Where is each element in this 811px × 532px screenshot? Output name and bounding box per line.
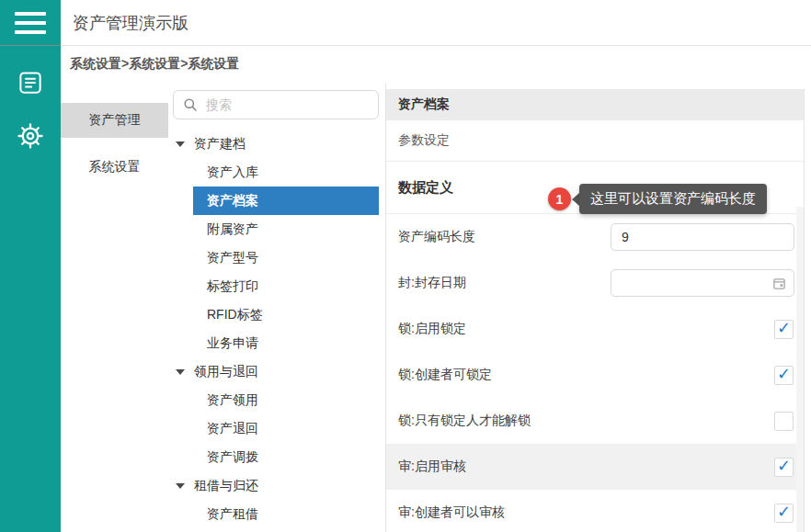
tour-step: 1 这里可以设置资产编码长度 — [548, 184, 767, 214]
gear-icon[interactable] — [16, 121, 45, 151]
form-row-code-length: 资产编码长度 — [386, 214, 804, 260]
form-row-creator-can-lock: 锁:创建者可锁定 ✓ — [386, 352, 804, 398]
tab-system-settings[interactable]: 系统设置 — [61, 150, 168, 185]
tree-item-attached-assets[interactable]: 附属资产 — [193, 215, 385, 243]
settings-panel: 资产档案 参数设定 数据定义 资产编码长度 封:封存日期 — [386, 83, 804, 532]
sidebar-header — [0, 0, 61, 46]
tree-item-asset-archive[interactable]: 资产档案 — [193, 187, 379, 215]
calendar-icon[interactable] — [772, 277, 786, 290]
panel-scrollbar[interactable] — [796, 207, 804, 532]
breadcrumb: 系统设置>系统设置>系统设置 — [61, 47, 811, 82]
panel-title: 资产档案 — [386, 89, 804, 120]
panel-right-divider — [804, 89, 805, 532]
check-icon: ✓ — [777, 320, 791, 336]
enable-lock-checkbox[interactable]: ✓ — [774, 320, 794, 339]
field-label: 审:创建者可以审核 — [398, 504, 505, 521]
form-row-only-locker-unlock: 锁:只有锁定人才能解锁 — [386, 398, 804, 444]
form-row-creator-can-audit: 审:创建者可以审核 ✓ — [386, 490, 804, 532]
search-icon — [183, 97, 198, 112]
tour-tooltip: 这里可以设置资产编码长度 — [579, 184, 767, 214]
tree-collapse-arrow-icon — [176, 141, 185, 147]
tree-item-asset-transfer[interactable]: 资产调拨 — [193, 443, 385, 471]
field-label: 锁:创建者可锁定 — [398, 367, 492, 383]
tree-group-asset-filing[interactable]: 资产建档 — [168, 130, 385, 158]
menu-tree-panel: 资产建档 资产入库 资产档案 附属资产 资产型号 标签打印 RFID标签 业务申… — [168, 83, 386, 532]
tab-asset-management[interactable]: 资产管理 — [61, 103, 168, 138]
main-sidebar — [0, 0, 61, 532]
search-box[interactable] — [173, 90, 379, 119]
tour-step-badge[interactable]: 1 — [548, 187, 571, 210]
document-icon[interactable] — [16, 68, 45, 97]
field-label: 审:启用审核 — [398, 458, 466, 475]
form-row-enable-lock: 锁:启用锁定 ✓ — [386, 306, 804, 352]
creator-can-audit-checkbox[interactable]: ✓ — [774, 504, 794, 523]
enable-audit-checkbox[interactable]: ✓ — [774, 458, 794, 477]
top-header: 资产管理演示版 — [61, 0, 811, 46]
search-input[interactable] — [206, 97, 369, 112]
page-title: 资产管理演示版 — [73, 12, 188, 34]
tree-collapse-arrow-icon — [176, 483, 185, 489]
tree-collapse-arrow-icon — [176, 369, 185, 375]
tree-item-label-print[interactable]: 标签打印 — [193, 272, 385, 300]
check-icon: ✓ — [777, 458, 791, 474]
tree-group-borrow-return[interactable]: 领用与退回 — [168, 357, 385, 386]
field-label: 封:封存日期 — [398, 275, 466, 291]
field-label: 锁:启用锁定 — [398, 321, 466, 337]
form-row-seal-date: 封:封存日期 — [386, 260, 804, 306]
seal-date-input[interactable] — [622, 276, 772, 290]
field-label: 锁:只有锁定人才能解锁 — [398, 413, 531, 429]
form-row-enable-audit: 审:启用审核 ✓ — [386, 444, 804, 490]
module-tabs: 资产管理 系统设置 — [61, 83, 168, 532]
tree-item-asset-checkout[interactable]: 资产领用 — [193, 386, 385, 414]
menu-tree: 资产建档 资产入库 资产档案 附属资产 资产型号 标签打印 RFID标签 业务申… — [168, 130, 385, 528]
tooltip-arrow-icon — [572, 193, 579, 206]
app-window: 资产管理演示版 系统设置>系统设置>系统设置 资产管理 系统设置 资产建档 资产… — [0, 0, 811, 532]
tree-item-asset-inbound[interactable]: 资产入库 — [193, 158, 385, 187]
tree-group-rent-return[interactable]: 租借与归还 — [168, 471, 385, 500]
tree-item-rfid-label[interactable]: RFID标签 — [193, 300, 385, 329]
check-icon: ✓ — [777, 366, 791, 382]
tree-item-asset-model[interactable]: 资产型号 — [193, 243, 385, 272]
hamburger-menu-icon[interactable] — [15, 12, 46, 34]
tree-item-asset-return[interactable]: 资产退回 — [193, 414, 385, 443]
seal-date-input-wrap — [611, 269, 794, 297]
field-label: 资产编码长度 — [398, 229, 475, 245]
tree-item-asset-rent[interactable]: 资产租借 — [193, 500, 385, 528]
creator-can-lock-checkbox[interactable]: ✓ — [774, 366, 794, 385]
asset-code-length-input[interactable] — [622, 230, 786, 244]
asset-code-length-input-wrap — [611, 223, 794, 251]
check-icon: ✓ — [777, 504, 791, 520]
section-parameter-settings: 参数设定 — [386, 120, 804, 162]
only-locker-unlock-checkbox[interactable] — [774, 412, 794, 431]
tree-item-business-request[interactable]: 业务申请 — [193, 329, 385, 357]
